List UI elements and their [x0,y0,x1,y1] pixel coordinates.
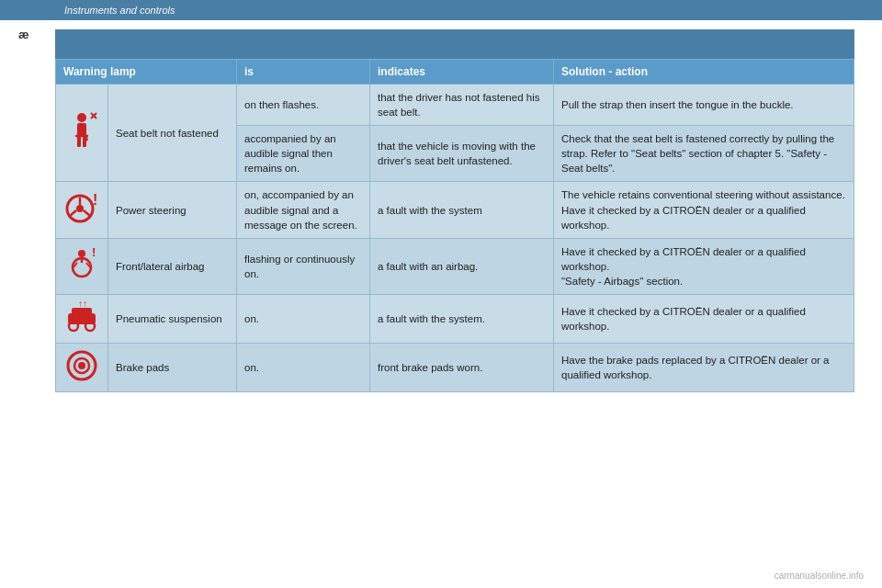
seat-belt-indicates-1: that the driver has not fastened his sea… [370,85,554,126]
table-row: ! Power steering on, accompanied by an a… [56,182,854,238]
airbag-solution: Have it checked by a CITROËN dealer or a… [554,238,854,294]
suspension-icon: ↑↑ [64,300,99,334]
col-solution: Solution - action [554,60,854,85]
svg-rect-21 [72,308,92,317]
suspension-indicates: a fault with the system. [370,295,554,344]
top-bar-text: Instruments and controls [64,5,175,16]
col-is: is [237,60,370,85]
power-steering-is: on, accompanied by an audible signal and… [237,182,370,238]
suspension-is: on. [237,295,370,344]
airbag-is: flashing or continuously on. [237,238,370,294]
table-row: ↑↑ Pneumatic suspension on. a fault with… [56,295,854,344]
table-row: Brake pads on. front brake pads worn. Ha… [56,344,854,392]
top-bar: Instruments and controls [0,0,882,20]
section-header [55,29,854,59]
page-number: æ [18,28,29,41]
airbag-icon-cell: ! [56,238,108,294]
suspension-solution: Have it checked by a CITROËN dealer or a… [554,295,854,344]
airbag-icon: ! [64,247,99,282]
svg-text:!: ! [92,247,96,259]
brake-indicates: front brake pads worn. [370,344,554,392]
brake-solution: Have the brake pads replaced by a CITROË… [554,344,854,392]
svg-line-12 [84,210,90,216]
power-steering-lamp-label: Power steering [108,182,237,238]
col-warning-lamp: Warning lamp [56,60,237,85]
seat-belt-is-1: on then flashes. [237,85,370,126]
airbag-lamp-label: Front/lateral airbag [108,238,237,294]
power-steering-icon-cell: ! [56,182,108,238]
seat-belt-indicates-2: that the vehicle is moving with the driv… [370,126,554,182]
brake-is: on. [237,344,370,392]
seat-belt-solution-1: Pull the strap then insert the tongue in… [554,85,854,126]
power-steering-indicates: a fault with the system [370,182,554,238]
power-steering-icon: ! [63,192,100,225]
svg-line-11 [70,210,76,216]
svg-point-14 [78,250,85,257]
svg-point-9 [76,205,84,212]
seat-belt-icon-cell [56,85,108,182]
suspension-icon-cell: ↑↑ [56,295,108,344]
svg-point-27 [78,362,85,369]
seat-belt-lamp-label: Seat belt not fastened [108,85,237,182]
brake-lamp-label: Brake pads [108,344,237,392]
watermark: carmanualsonline.info [775,571,864,581]
table-row: Seat belt not fastened on then flashes. … [56,85,854,126]
col-indicates: indicates [370,60,554,85]
warning-table: Warning lamp is indicates Solution - act… [55,59,854,392]
svg-point-0 [77,113,86,122]
svg-rect-4 [77,136,81,147]
brake-icon-cell [56,344,108,392]
suspension-lamp-label: Pneumatic suspension [108,295,237,344]
seat-belt-is-2: accompanied by an audible signal then re… [237,126,370,182]
power-steering-solution: The vehicle retains conventional steerin… [554,182,854,238]
brake-icon [65,349,98,382]
svg-text:↑↑: ↑↑ [78,300,87,309]
airbag-indicates: a fault with an airbag. [370,238,554,294]
table-row: ! Front/lateral airbag flashing or conti… [56,238,854,294]
seat-belt-icon [65,111,98,152]
svg-text:!: ! [93,192,97,208]
svg-rect-5 [83,136,86,147]
seat-belt-solution-2: Check that the seat belt is fastened cor… [554,126,854,182]
